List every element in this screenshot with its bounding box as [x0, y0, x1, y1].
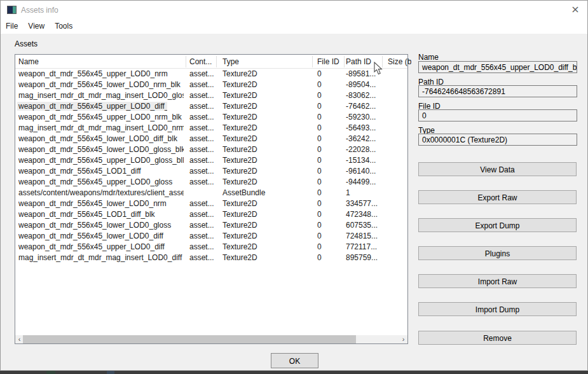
column-header-size[interactable]: Size (b [388, 57, 411, 66]
plugins-button[interactable]: Plugins [418, 246, 577, 260]
cell-path_id: 472348... [346, 210, 381, 219]
cell-container: asset... [189, 177, 216, 186]
export-dump-button[interactable]: Export Dump [418, 218, 577, 232]
column-header-pathid[interactable]: Path ID [346, 57, 371, 66]
cell-container: asset... [189, 253, 216, 262]
close-icon[interactable]: × [567, 2, 584, 17]
table-row[interactable]: weapon_dt_mdr_556x45_LOD1_diffasset...Te… [15, 166, 407, 177]
cell-file_id: 0 [317, 177, 343, 186]
cell-type: AssetBundle [222, 188, 308, 197]
cell-type: Texture2D [222, 177, 308, 186]
remove-button[interactable]: Remove [418, 331, 577, 345]
column-header-type[interactable]: Type [222, 57, 239, 66]
cell-file_id: 0 [317, 221, 343, 230]
cell-path_id: -15134... [346, 156, 381, 165]
scroll-right-icon[interactable]: › [399, 335, 407, 343]
cell-file_id: 0 [317, 156, 343, 165]
table-row[interactable]: weapon_dt_mdr_556x45_lower_LOD0_gloss_bl… [15, 144, 407, 155]
table-row[interactable]: weapon_dt_mdr_556x45_upper_LOD0_glossass… [15, 177, 407, 188]
cell-path_id: -89581... [346, 69, 381, 78]
column-separator[interactable] [216, 56, 217, 67]
table-row[interactable]: weapon_dt_mdr_556x45_upper_LOD0_diffasse… [15, 242, 407, 253]
table-row[interactable]: mag_insert_mdr_dt_mdr_mag_insert_LOD0_nr… [15, 123, 407, 134]
app-icon [7, 6, 17, 14]
type-field[interactable]: 0x0000001C (Texture2D) [418, 134, 577, 146]
column-separator[interactable] [312, 56, 313, 67]
cell-name: mag_insert_mdr_dt_mdr_mag_insert_LOD0_nr… [18, 123, 184, 132]
cell-file_id: 0 [317, 123, 343, 132]
table-row[interactable]: weapon_dt_mdr_556x45_lower_LOD0_diff_blk… [15, 134, 407, 144]
cell-file_id: 0 [317, 242, 343, 251]
cell-path_id: 334577... [346, 199, 381, 208]
taskbar-item-glimpse [107, 371, 114, 374]
cell-container: asset... [189, 242, 216, 251]
cell-type: Texture2D [222, 69, 308, 78]
table-row[interactable]: assets/content/weapons/mdr/textures/clie… [15, 188, 407, 198]
cell-path_id: 895759... [346, 253, 381, 262]
cell-file_id: 0 [317, 80, 343, 89]
table-row[interactable]: weapon_dt_mdr_556x45_lower_LOD0_diffasse… [15, 231, 407, 242]
table-row[interactable]: weapon_dt_mdr_556x45_upper_LOD0_nrm_blka… [15, 112, 407, 123]
cell-name: assets/content/weapons/mdr/textures/clie… [18, 188, 184, 197]
import-dump-button[interactable]: Import Dump [418, 302, 577, 316]
cell-container: asset... [189, 167, 216, 176]
cell-name: mag_insert_mdr_dt_mdr_mag_insert_LOD0_gl… [18, 91, 184, 100]
taskbar-item-glimpse [46, 371, 55, 374]
cell-type: Texture2D [222, 134, 308, 143]
import-raw-button[interactable]: Import Raw [418, 274, 577, 288]
cell-type: Texture2D [222, 156, 308, 165]
app-icon-teal-part [13, 6, 16, 13]
cell-type: Texture2D [222, 91, 308, 100]
cell-name: weapon_dt_mdr_556x45_lower_LOD0_nrm [18, 199, 184, 208]
table-row[interactable]: mag_insert_mdr_dt_mdr_mag_insert_LOD0_di… [15, 253, 407, 263]
cell-container: asset... [189, 113, 216, 121]
table-row[interactable]: mag_insert_mdr_dt_mdr_mag_insert_LOD0_gl… [15, 90, 407, 101]
view-data-button[interactable]: View Data [418, 162, 577, 176]
menu-tools[interactable]: Tools [50, 20, 78, 34]
column-separator[interactable] [344, 56, 345, 67]
export-raw-button[interactable]: Export Raw [418, 190, 577, 204]
cell-name: weapon_dt_mdr_556x45_lower_LOD0_diff_blk [18, 134, 184, 143]
table-row[interactable]: weapon_dt_mdr_556x45_upper_LOD0_gloss_bl… [15, 155, 407, 166]
cell-path_id: -96140... [346, 167, 381, 176]
cell-container: asset... [189, 199, 216, 208]
column-header-container[interactable]: Cont... [189, 57, 212, 66]
cell-type: Texture2D [222, 199, 308, 208]
table-row[interactable]: weapon_dt_mdr_556x45_lower_LOD0_nrm_blka… [15, 80, 407, 90]
cell-container: asset... [189, 232, 216, 240]
assets-info-window: Assets info × File View Tools Assets Nam… [0, 0, 588, 371]
table-row[interactable]: weapon_dt_mdr_556x45_lower_LOD0_glossass… [15, 220, 407, 231]
table-row[interactable]: weapon_dt_mdr_556x45_LOD1_diff_blkasset.… [15, 209, 407, 220]
column-separator[interactable] [382, 56, 383, 67]
table-row[interactable]: weapon_dt_mdr_556x45_upper_LOD0_diff_blk… [15, 101, 407, 112]
cell-type: Texture2D [222, 113, 308, 121]
cell-type: Texture2D [222, 210, 308, 219]
scrollbar-thumb[interactable] [23, 335, 356, 343]
cell-name: weapon_dt_mdr_556x45_upper_LOD0_diff [18, 242, 184, 251]
cell-file_id: 0 [317, 199, 343, 208]
menu-file[interactable]: File [1, 20, 23, 34]
cell-name: weapon_dt_mdr_556x45_lower_LOD0_gloss [18, 221, 184, 230]
ok-button[interactable]: OK [271, 353, 318, 368]
path-id-field[interactable]: -7646246648563672891 [418, 85, 577, 97]
cell-name: weapon_dt_mdr_556x45_LOD1_diff_blk [18, 210, 184, 219]
cell-file_id: 0 [317, 113, 343, 121]
cell-file_id: 0 [317, 232, 343, 240]
table-row[interactable]: weapon_dt_mdr_556x45_lower_LOD0_nrmasset… [15, 198, 407, 209]
name-field[interactable]: weapon_dt_mdr_556x45_upper_LOD0_diff_blk [418, 61, 577, 73]
column-separator[interactable] [186, 56, 186, 67]
cell-type: Texture2D [222, 232, 308, 240]
column-header-fileid[interactable]: File ID [317, 57, 339, 66]
cell-file_id: 0 [317, 91, 343, 100]
cell-type: Texture2D [222, 80, 308, 89]
file-id-field[interactable]: 0 [418, 109, 577, 121]
cell-path_id: -36242... [346, 134, 381, 143]
cell-name: weapon_dt_mdr_556x45_LOD1_diff [18, 167, 184, 176]
table-row[interactable]: weapon_dt_mdr_556x45_upper_LOD0_nrmasset… [15, 69, 407, 80]
menu-view[interactable]: View [23, 20, 50, 34]
column-header-name[interactable]: Name [18, 57, 184, 66]
cell-file_id: 0 [317, 167, 343, 176]
taskbar-edge [0, 371, 588, 374]
horizontal-scrollbar[interactable]: ‹ › [15, 335, 407, 343]
cell-type: Texture2D [222, 102, 308, 111]
